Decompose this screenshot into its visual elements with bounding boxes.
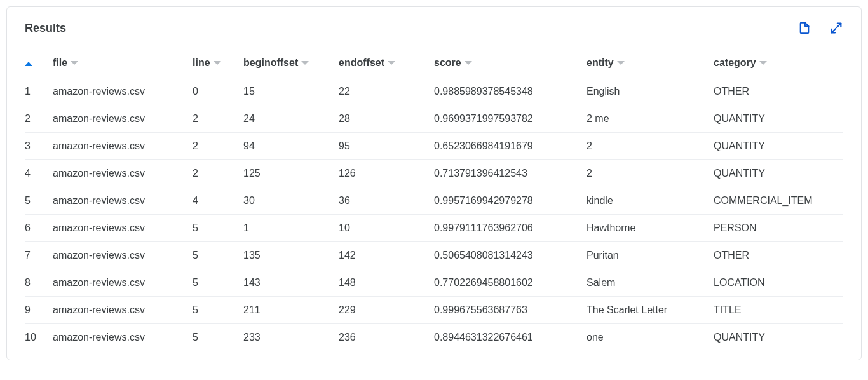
cell-entity: Puritan [587, 242, 714, 269]
column-label: file [53, 57, 67, 69]
cell-idx: 3 [25, 133, 53, 160]
sort-desc-icon [214, 61, 221, 65]
column-header-file[interactable]: file [53, 48, 193, 78]
cell-line: 0 [193, 78, 243, 105]
table-row: 7amazon-reviews.csv51351420.506540808131… [25, 242, 843, 269]
cell-file: amazon-reviews.csv [53, 133, 193, 160]
cell-category: QUANTITY [714, 160, 843, 187]
table-row: 8amazon-reviews.csv51431480.770226945880… [25, 269, 843, 297]
column-header-category[interactable]: category [714, 48, 843, 78]
column-label: score [434, 57, 461, 69]
table-row: 4amazon-reviews.csv21251260.713791396412… [25, 160, 843, 187]
sort-desc-icon [301, 61, 309, 65]
cell-beginoffset: 1 [243, 215, 339, 242]
cell-endoffset: 126 [339, 160, 434, 187]
cell-category: QUANTITY [714, 324, 843, 351]
cell-score: 0.5065408081314243 [434, 242, 587, 269]
cell-category: TITLE [714, 297, 843, 324]
cell-file: amazon-reviews.csv [53, 324, 193, 351]
sort-desc-icon [388, 61, 395, 65]
cell-category: QUANTITY [714, 133, 843, 160]
cell-entity: 2 [587, 160, 714, 187]
cell-file: amazon-reviews.csv [53, 297, 193, 324]
cell-score: 0.7702269458801602 [434, 269, 587, 297]
panel-header: Results [25, 21, 843, 48]
panel-title: Results [25, 22, 66, 35]
cell-entity: English [587, 78, 714, 105]
cell-endoffset: 95 [339, 133, 434, 160]
cell-endoffset: 36 [339, 187, 434, 215]
column-header-endoffset[interactable]: endoffset [339, 48, 434, 78]
cell-idx: 5 [25, 187, 53, 215]
expand-icon[interactable] [829, 21, 843, 35]
cell-file: amazon-reviews.csv [53, 215, 193, 242]
cell-file: amazon-reviews.csv [53, 160, 193, 187]
cell-line: 5 [193, 324, 243, 351]
cell-line: 5 [193, 269, 243, 297]
cell-line: 2 [193, 160, 243, 187]
cell-score: 0.9699371997593782 [434, 105, 587, 133]
cell-idx: 4 [25, 160, 53, 187]
column-label: line [193, 57, 210, 69]
column-label: category [714, 57, 756, 69]
cell-idx: 1 [25, 78, 53, 105]
cell-file: amazon-reviews.csv [53, 78, 193, 105]
cell-file: amazon-reviews.csv [53, 105, 193, 133]
cell-endoffset: 148 [339, 269, 434, 297]
column-label: endoffset [339, 57, 384, 69]
cell-endoffset: 229 [339, 297, 434, 324]
cell-category: OTHER [714, 242, 843, 269]
cell-endoffset: 236 [339, 324, 434, 351]
cell-score: 0.9957169942979278 [434, 187, 587, 215]
cell-score: 0.713791396412543 [434, 160, 587, 187]
cell-idx: 10 [25, 324, 53, 351]
column-header-index[interactable] [25, 48, 53, 78]
panel-actions [797, 21, 843, 35]
column-header-entity[interactable]: entity [587, 48, 714, 78]
results-panel: Results [6, 6, 862, 360]
cell-entity: one [587, 324, 714, 351]
export-icon[interactable] [797, 21, 811, 35]
column-header-score[interactable]: score [434, 48, 587, 78]
column-header-line[interactable]: line [193, 48, 243, 78]
cell-beginoffset: 30 [243, 187, 339, 215]
cell-idx: 8 [25, 269, 53, 297]
cell-idx: 9 [25, 297, 53, 324]
column-label: beginoffset [243, 57, 298, 69]
cell-beginoffset: 135 [243, 242, 339, 269]
cell-entity: Hawthorne [587, 215, 714, 242]
cell-entity: The Scarlet Letter [587, 297, 714, 324]
cell-beginoffset: 94 [243, 133, 339, 160]
column-label: entity [587, 57, 614, 69]
cell-category: LOCATION [714, 269, 843, 297]
table-row: 10amazon-reviews.csv52332360.89446313226… [25, 324, 843, 351]
cell-score: 0.8944631322676461 [434, 324, 587, 351]
cell-beginoffset: 211 [243, 297, 339, 324]
sort-desc-icon [759, 61, 767, 65]
table-row: 2amazon-reviews.csv224280.96993719975937… [25, 105, 843, 133]
column-header-beginoffset[interactable]: beginoffset [243, 48, 339, 78]
table-row: 3amazon-reviews.csv294950.65230669841916… [25, 133, 843, 160]
cell-beginoffset: 233 [243, 324, 339, 351]
sort-desc-icon [71, 61, 78, 65]
sort-desc-icon [465, 61, 472, 65]
cell-line: 4 [193, 187, 243, 215]
cell-entity: Salem [587, 269, 714, 297]
cell-score: 0.6523066984191679 [434, 133, 587, 160]
cell-category: QUANTITY [714, 105, 843, 133]
table-body: 1amazon-reviews.csv015220.98859893785453… [25, 78, 843, 351]
cell-entity: 2 [587, 133, 714, 160]
cell-line: 2 [193, 105, 243, 133]
cell-beginoffset: 15 [243, 78, 339, 105]
cell-score: 0.9979111763962706 [434, 215, 587, 242]
sort-asc-icon [25, 62, 32, 66]
table-row: 9amazon-reviews.csv52112290.999675563687… [25, 297, 843, 324]
cell-score: 0.9885989378545348 [434, 78, 587, 105]
table-row: 1amazon-reviews.csv015220.98859893785453… [25, 78, 843, 105]
cell-endoffset: 22 [339, 78, 434, 105]
cell-line: 5 [193, 297, 243, 324]
cell-line: 5 [193, 242, 243, 269]
cell-file: amazon-reviews.csv [53, 269, 193, 297]
cell-file: amazon-reviews.csv [53, 242, 193, 269]
cell-line: 5 [193, 215, 243, 242]
